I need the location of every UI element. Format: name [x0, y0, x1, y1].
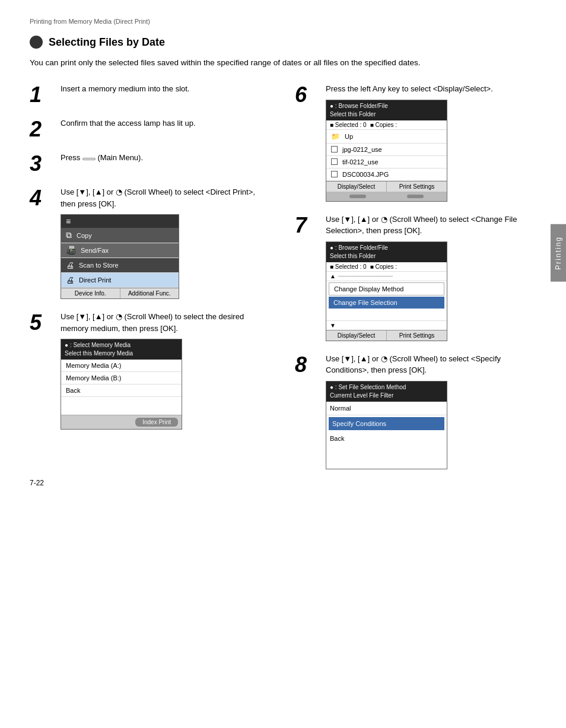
side-tab: Printing — [551, 224, 566, 282]
page-number: 7-22 — [30, 479, 44, 487]
back-item-5: Back — [61, 384, 182, 397]
print-settings-btn-6[interactable]: Print Settings — [387, 182, 447, 192]
step-1-text: Insert a memory medium into the slot. — [61, 83, 271, 95]
step-5-screen-title: ● : Select Memory MediaSelect this Memor… — [61, 339, 182, 360]
step-7-screen: ● : Browse Folder/FileSelect this Folder… — [326, 241, 447, 341]
menu-scantostore: 🖨 Scan to Store — [61, 258, 179, 273]
step-3: 3 Press (Main Menu). — [30, 152, 271, 174]
tif-item-6: tif-0212_use — [326, 156, 447, 169]
step-2-number: 2 — [30, 119, 56, 140]
change-display-method-item: Change Display Method — [329, 282, 444, 295]
step-3-text: Press (Main Menu). — [61, 152, 271, 164]
step-7-text: Use [▼], [▲] or ◔ (Scroll Wheel) to sele… — [326, 214, 536, 237]
step-8-screen-title: ● : Set File Selection MethodCurrernt Le… — [326, 382, 447, 402]
step-5-screen: ● : Select Memory MediaSelect this Memor… — [61, 339, 182, 430]
step-8: 8 Use [▼], [▲] or ◔ (Scroll Wheel) to se… — [295, 353, 536, 469]
scroll-indicator-7: ▲───────────── — [326, 272, 447, 281]
step-4-footer: Device Info. Additional Func. — [61, 288, 179, 298]
memory-a-item: Memory Media (A:) — [61, 360, 182, 372]
step-6: 6 Press the left Any key to select <Disp… — [295, 83, 536, 202]
step-7-status: ■ Selected : 0■ Copies : — [326, 262, 447, 272]
section-title: Selecting Files by Date — [49, 36, 165, 49]
step-4-number: 4 — [30, 187, 56, 209]
oval-btn-left-6[interactable] — [349, 195, 366, 198]
dsc-item-6: DSC00034.JPG — [326, 169, 447, 181]
step-6-status: ■ Selected : 0■ Copies : — [326, 120, 447, 130]
step-7-number: 7 — [295, 215, 321, 236]
breadcrumb: Printing from Memory Media (Direct Print… — [30, 18, 536, 25]
step-8-number: 8 — [295, 354, 321, 376]
scroll-indicator-7b: ▼ — [326, 320, 447, 330]
back-item-8: Back — [326, 432, 447, 445]
step-2-text: Confirm that the access lamp has lit up. — [61, 117, 271, 129]
oval-btn-right-6[interactable] — [407, 195, 424, 198]
print-settings-btn-7[interactable]: Print Settings — [387, 330, 447, 341]
step-6-screen: ● : Browse Folder/FileSelect this Folder… — [326, 100, 447, 202]
step-6-bottom-btns — [326, 192, 447, 201]
empty-row-7 — [326, 310, 447, 320]
step-1-number: 1 — [30, 84, 56, 106]
display-select-btn-7[interactable]: Display/Select — [326, 330, 387, 341]
up-item-6: 📁 Up — [326, 130, 447, 144]
step-7: 7 Use [▼], [▲] or ◔ (Scroll Wheel) to se… — [295, 214, 536, 341]
step-4: 4 Use [▼], [▲] or ◔ (Scroll Wheel) to se… — [30, 186, 271, 299]
main-menu-button-inline — [82, 158, 96, 160]
step-7-footer: Display/Select Print Settings — [326, 330, 447, 341]
step-5-text: Use [▼], [▲] or ◔ (Scroll Wheel) to sele… — [61, 311, 271, 334]
subtitle: You can print only the selected files sa… — [30, 57, 536, 69]
step-8-screen: ● : Set File Selection MethodCurrernt Le… — [326, 381, 447, 469]
step-4-screen: ≡ ⧉ Copy 📠 Send/Fax 🖨 Scan to Store 🖨 — [61, 214, 179, 299]
memory-b-item: Memory Media (B:) — [61, 372, 182, 384]
step-1: 1 Insert a memory medium into the slot. — [30, 83, 271, 106]
change-file-selection-item: Change File Selection — [329, 297, 444, 309]
device-info-btn[interactable]: Device Info. — [61, 288, 120, 298]
step-6-screen-title: ● : Browse Folder/FileSelect this Folder — [326, 100, 447, 120]
display-select-btn-6[interactable]: Display/Select — [326, 182, 387, 192]
step-6-text: Press the left Any key to select <Displa… — [326, 83, 536, 95]
step-5-number: 5 — [30, 312, 56, 333]
empty-space-8 — [326, 445, 447, 469]
section-icon — [30, 36, 43, 49]
menu-directprint: 🖨 Direct Print — [61, 273, 179, 288]
jpg-item-6: jpg-0212_use — [326, 144, 447, 156]
step-2: 2 Confirm that the access lamp has lit u… — [30, 117, 271, 140]
step-7-screen-title: ● : Browse Folder/FileSelect this Folder — [326, 242, 447, 262]
menu-copy: ⧉ Copy — [61, 228, 179, 243]
step-3-number: 3 — [30, 153, 56, 174]
step-5: 5 Use [▼], [▲] or ◔ (Scroll Wheel) to se… — [30, 311, 271, 430]
index-print-btn[interactable]: Index Print — [135, 418, 178, 427]
step-6-number: 6 — [295, 84, 321, 106]
menu-sendfax: 📠 Send/Fax — [61, 243, 179, 258]
additional-func-btn[interactable]: Additional Func. — [120, 288, 179, 298]
specify-conditions-item: Specify Conditions — [329, 417, 444, 430]
step-8-text: Use [▼], [▲] or ◔ (Scroll Wheel) to sele… — [326, 353, 536, 376]
step-6-footer: Display/Select Print Settings — [326, 181, 447, 192]
normal-item-8: Normal — [326, 402, 447, 415]
step-4-text: Use [▼], [▲] or ◔ (Scroll Wheel) to sele… — [61, 186, 271, 209]
